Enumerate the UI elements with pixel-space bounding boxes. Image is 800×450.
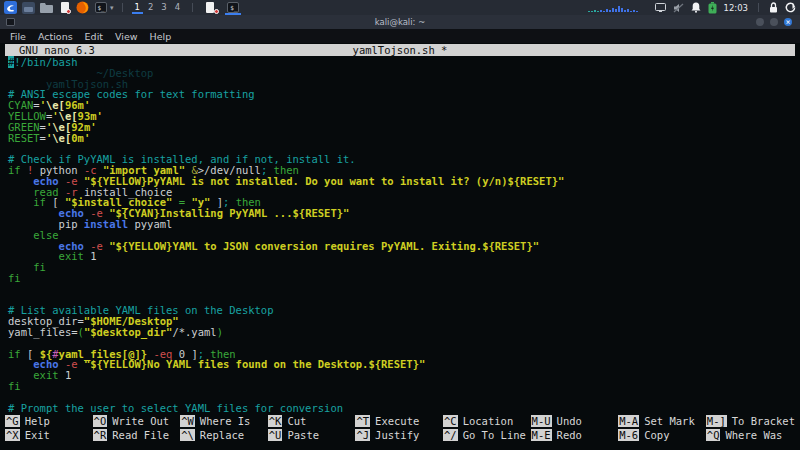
menu-view[interactable]: View	[109, 31, 144, 42]
code-line: fi	[8, 273, 792, 284]
shortcut-label: Justify	[375, 429, 419, 441]
shortcut-key: ^G	[5, 415, 20, 427]
menu-actions[interactable]: Actions	[32, 31, 79, 42]
unsaved-badge	[214, 9, 219, 14]
clock[interactable]: 12:03	[724, 3, 749, 13]
shortcut-help: ^GHelp	[5, 414, 93, 428]
shortcut-label: To Bracket	[732, 415, 795, 427]
menu-help[interactable]: Help	[144, 31, 178, 42]
code-line: CYAN='\e[96m'	[8, 100, 792, 111]
shortcut-key: ^Q	[706, 429, 721, 441]
nano-titlebar: GNU nano 6.3 yamlTojson.sh *	[5, 44, 795, 56]
shortcut-column: ^WWhere Is^\Replace	[180, 414, 268, 442]
terminal-viewport[interactable]: GNU nano 6.3 yamlTojson.sh * #!/bin/bash…	[0, 43, 800, 450]
nano-filename: yamlTojson.sh *	[5, 44, 795, 56]
firefox-icon[interactable]	[76, 1, 89, 14]
nano-shortcut-bar: ^GHelp^XExit^OWrite Out^RRead File^WWher…	[5, 414, 795, 442]
shortcut-set-mark: M-ASet Mark	[618, 414, 706, 428]
workspace-4[interactable]: 4	[171, 1, 184, 14]
shortcut-label: Where Was	[725, 429, 782, 441]
panel-separator	[758, 3, 759, 12]
code-line: # ANSI escape codes for text formatting	[8, 89, 792, 100]
minimize-button[interactable]	[756, 18, 764, 26]
maximize-button[interactable]	[770, 18, 778, 26]
workspace-1[interactable]: 1	[131, 1, 144, 14]
menu-edit[interactable]: Edit	[79, 31, 109, 42]
shortcut-label: Read File	[112, 429, 169, 441]
menu-file[interactable]: File	[4, 31, 32, 42]
shortcut-key: ^J	[355, 429, 370, 441]
close-button[interactable]: ×	[784, 18, 792, 26]
shortcut-write-out: ^OWrite Out	[93, 414, 181, 428]
window-controls: ×	[756, 18, 800, 26]
code-line	[8, 284, 792, 295]
shortcut-key: M-U	[531, 415, 552, 427]
shortcut-key: ^X	[5, 429, 20, 441]
code-line: exit 1	[8, 251, 792, 262]
folder-icon[interactable]	[40, 1, 53, 14]
window-title: kali@kali: ~	[0, 17, 800, 27]
code-line: RESET='\e[0m'	[8, 133, 792, 144]
shortcut-go-to-line: ^/Go To Line	[443, 428, 531, 442]
shortcut-column: ^CLocation^/Go To Line	[443, 414, 531, 442]
document-glyph	[206, 2, 214, 13]
shortcut-column: M-UUndoM-ERedo	[531, 414, 619, 442]
power-icon[interactable]	[785, 2, 796, 13]
shortcut-undo: M-UUndo	[531, 414, 619, 428]
shortcut-key: ^C	[443, 415, 458, 427]
taskbar-window-text-editor[interactable]	[201, 1, 219, 14]
terminal-glyph: $_	[95, 2, 107, 13]
shortcut-read-file: ^RRead File	[93, 428, 181, 442]
shortcut-label: Location	[463, 415, 514, 427]
code-line: yaml_files=("$desktop_dir"/*.yaml)	[8, 327, 792, 338]
code-line: echo -e "${YELLOW}YAML to JSON conversio…	[8, 241, 792, 252]
battery-icon[interactable]	[708, 2, 717, 14]
panel-status-area: 12:03	[588, 0, 797, 15]
top-panel: $_ ▾ 1234 $_	[0, 0, 800, 15]
file-manager-icon[interactable]	[22, 1, 35, 14]
shortcut-label: Undo	[557, 415, 582, 427]
shortcut-label: Write Out	[112, 415, 169, 427]
shortcut-key: ^U	[268, 429, 283, 441]
unsaved-badge	[66, 9, 71, 14]
shortcut-location: ^CLocation	[443, 414, 531, 428]
shortcut-column: ^OWrite Out^RRead File	[93, 414, 181, 442]
workspace-3[interactable]: 3	[157, 1, 170, 14]
code-line: pip install pyyaml	[8, 219, 792, 230]
taskbar-window-terminal[interactable]: $_	[224, 1, 242, 14]
kali-menu-icon[interactable]	[4, 1, 17, 14]
shortcut-exit: ^XExit	[5, 428, 93, 442]
volume-muted-icon[interactable]	[673, 3, 684, 13]
terminal-icon[interactable]: $_	[94, 1, 107, 14]
window-titlebar[interactable]: kali@kali: ~ ×	[0, 15, 800, 29]
notifications-bell-icon[interactable]	[691, 2, 701, 13]
terminal-glyph: $_	[227, 2, 239, 13]
shortcut-to-bracket: M-]To Bracket	[706, 414, 795, 428]
shortcut-key: ^O	[93, 415, 108, 427]
shortcut-label: Help	[25, 415, 50, 427]
shortcut-column: ^GHelp^XExit	[5, 414, 93, 442]
shortcut-key: M-A	[618, 415, 639, 427]
shortcut-where-was: ^QWhere Was	[706, 428, 795, 442]
shortcut-replace: ^\Replace	[180, 428, 268, 442]
chevron-down-icon[interactable]: ▾	[110, 4, 114, 12]
shortcut-label: Go To Line	[463, 429, 526, 441]
text-editor-icon[interactable]	[58, 1, 71, 14]
shortcut-label: Paste	[287, 429, 319, 441]
shortcut-label: Copy	[644, 429, 669, 441]
shortcut-key: ^W	[180, 415, 195, 427]
lock-icon[interactable]	[769, 2, 778, 13]
shortcut-redo: M-ERedo	[531, 428, 619, 442]
desktop: $_ ▾ 1234 $_	[0, 0, 800, 450]
workspace-2[interactable]: 2	[144, 1, 157, 14]
shortcut-cut: ^KCut	[268, 414, 356, 428]
display-icon[interactable]	[655, 3, 666, 12]
terminal-menubar: FileActionsEditViewHelp	[0, 29, 800, 43]
shortcut-label: Exit	[25, 429, 50, 441]
code-line: exit 1	[8, 370, 792, 381]
shortcut-column: ^TExecute^JJustify	[355, 414, 443, 442]
shortcut-where-is: ^WWhere Is	[180, 414, 268, 428]
shortcut-label: Cut	[287, 415, 306, 427]
terminal-content[interactable]: #!/bin/bash ~/Desktop yamlTojson.sh# ANS…	[5, 56, 795, 414]
shortcut-key: ^K	[268, 415, 283, 427]
